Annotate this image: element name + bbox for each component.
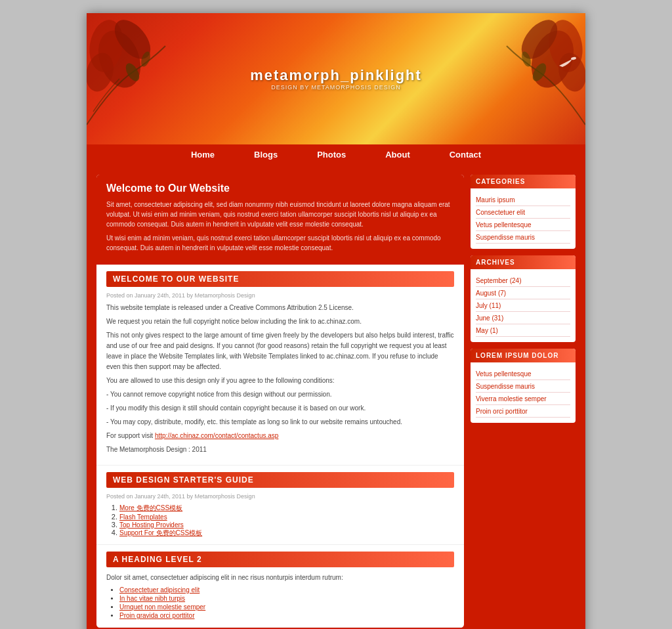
header-title: metamorph_pinklight DESIGN BY METAMORPHO… (250, 67, 422, 91)
article-welcome-text5: - You cannot remove copyright notice fro… (106, 389, 454, 400)
archive-link-2[interactable]: August (7) (476, 290, 506, 297)
lorem-widget: LOREM IPSUM DOLOR Vetus pellentesque Sus… (471, 349, 576, 423)
lorem-link-1[interactable]: Vetus pellentesque (476, 370, 532, 378)
list-item: Vetus pellentesque (476, 219, 570, 231)
content-area: Welcome to Our Website Sit amet, consect… (87, 165, 585, 629)
heading2-link-1[interactable]: Consectetuer adipiscing elit (119, 586, 200, 594)
heading2-link-4[interactable]: Proin gravida orci porttitor (119, 612, 195, 619)
archives-content: September (24) August (7) July (11) June… (471, 269, 576, 342)
article-welcome-meta: Posted on January 24th, 2011 by Metamorp… (106, 292, 454, 299)
article-webdesign: WEB DESIGN STARTER'S GUIDE Posted on Jan… (96, 466, 464, 545)
welcome-para2: Ut wisi enim ad minim veniam, quis nostr… (106, 233, 454, 253)
archives-widget: ARCHIVES September (24) August (7) July … (471, 255, 576, 342)
webdesign-links-list: More 免费的CSS模板 Flash Templates Top Hostin… (119, 504, 454, 538)
webdesign-link-1[interactable]: More 免费的CSS模板 (119, 504, 182, 511)
list-item: Flash Templates (119, 513, 454, 521)
welcome-heading: Welcome to Our Website (106, 183, 454, 194)
page-wrapper: metamorph_pinklight DESIGN BY METAMORPHO… (87, 13, 585, 629)
categories-widget: CATEGORIES Mauris ipsum Consectetuer eli… (471, 175, 576, 249)
list-item: Consectetuer elit (476, 206, 570, 219)
heading2-link-2[interactable]: In hac vitae nibh turpis (119, 595, 185, 602)
article-heading2-title: A HEADING LEVEL 2 (106, 552, 454, 567)
list-item: Top Hosting Providers (119, 521, 454, 529)
article-webdesign-meta: Posted on January 24th, 2011 by Metamorp… (106, 493, 454, 500)
nav-item-blogs[interactable]: Blogs (234, 144, 297, 165)
list-item: September (24) (476, 274, 570, 287)
category-link-4[interactable]: Suspendisse mauris (476, 234, 535, 241)
article-welcome-text1: This website template is released under … (106, 303, 454, 313)
category-link-2[interactable]: Consectetuer elit (476, 209, 525, 216)
lorem-link-3[interactable]: Viverra molestie semper (476, 395, 547, 402)
list-item: Mauris ipsum (476, 194, 570, 206)
list-item: Suspendisse mauris (476, 380, 570, 393)
list-item: Consectetuer adipiscing elit (119, 586, 454, 594)
article-welcome-heading: WELCOME TO OUR WEBSITE (106, 271, 454, 287)
nav-link-photos[interactable]: Photos (297, 144, 366, 165)
categories-title: CATEGORIES (471, 175, 576, 188)
categories-list: Mauris ipsum Consectetuer elit Vetus pel… (476, 194, 570, 244)
article-welcome: WELCOME TO OUR WEBSITE Posted on January… (96, 265, 464, 466)
lorem-content: Vetus pellentesque Suspendisse mauris Vi… (471, 362, 576, 423)
nav-link-home[interactable]: Home (171, 144, 234, 165)
list-item: Suspendisse mauris (476, 231, 570, 244)
article-welcome-credit: The Metamorphosis Design : 2011 (106, 445, 454, 455)
floral-right-icon (461, 13, 585, 138)
archives-title: ARCHIVES (471, 255, 576, 269)
article-welcome-support: For support visit http://ac.chinaz.com/c… (106, 431, 454, 441)
navigation: Home Blogs Photos About Contact (87, 144, 585, 165)
list-item: Vetus pellentesque (476, 368, 570, 380)
archives-list: September (24) August (7) July (11) June… (476, 274, 570, 337)
article-heading2-intro: Dolor sit amet, consectetuer adipiscing … (106, 573, 454, 583)
nav-link-blogs[interactable]: Blogs (234, 144, 297, 165)
sidebar: CATEGORIES Mauris ipsum Consectetuer eli… (471, 175, 576, 628)
list-item: July (11) (476, 299, 570, 312)
categories-content: Mauris ipsum Consectetuer elit Vetus pel… (471, 188, 576, 249)
list-item: Proin gravida orci porttitor (119, 612, 454, 619)
nav-link-about[interactable]: About (366, 144, 430, 165)
site-title: metamorph_pinklight (250, 67, 422, 84)
heading2-link-3[interactable]: Urnquet non molestie semper (119, 603, 205, 611)
nav-item-about[interactable]: About (366, 144, 430, 165)
welcome-para1: Sit amet, consectetuer adipiscing elit, … (106, 200, 454, 229)
article-heading2: A HEADING LEVEL 2 Dolor sit amet, consec… (96, 545, 464, 628)
welcome-box: Welcome to Our Website Sit amet, consect… (96, 175, 464, 265)
webdesign-link-4[interactable]: Support For 免费的CSS模板 (119, 529, 202, 536)
webdesign-link-2[interactable]: Flash Templates (119, 513, 167, 521)
main-content: Welcome to Our Website Sit amet, consect… (96, 175, 464, 628)
lorem-link-2[interactable]: Suspendisse mauris (476, 383, 535, 390)
list-item: August (7) (476, 287, 570, 299)
list-item: June (31) (476, 312, 570, 324)
nav-item-contact[interactable]: Contact (430, 144, 501, 165)
lorem-link-4[interactable]: Proin orci porttitor (476, 408, 528, 415)
article-welcome-text6: - If you modify this design it still sho… (106, 403, 454, 414)
floral-left-icon (87, 13, 211, 138)
webdesign-link-3[interactable]: Top Hosting Providers (119, 521, 184, 529)
nav-link-contact[interactable]: Contact (430, 144, 501, 165)
category-link-3[interactable]: Vetus pellentesque (476, 221, 532, 228)
archive-link-3[interactable]: July (11) (476, 302, 501, 309)
article-welcome-text4: You are allowed to use this design only … (106, 376, 454, 386)
nav-list: Home Blogs Photos About Contact (171, 144, 501, 165)
article-webdesign-heading: WEB DESIGN STARTER'S GUIDE (106, 472, 454, 488)
lorem-list: Vetus pellentesque Suspendisse mauris Vi… (476, 368, 570, 418)
list-item: Urnquet non molestie semper (119, 603, 454, 611)
article-welcome-text2: We request you retain the full copyright… (106, 316, 454, 327)
list-item: More 免费的CSS模板 (119, 504, 454, 513)
archive-link-4[interactable]: June (31) (476, 314, 503, 322)
lorem-title: LOREM IPSUM DOLOR (471, 349, 576, 362)
site-subtitle: DESIGN BY METAMORPHOSIS DESIGN (250, 84, 422, 91)
heading2-links-list: Consectetuer adipiscing elit In hac vita… (119, 586, 454, 619)
list-item: Viverra molestie semper (476, 393, 570, 405)
support-link[interactable]: http://ac.chinaz.com/contact/contactus.a… (155, 432, 278, 439)
article-welcome-text7: - You may copy, distribute, modify, etc.… (106, 417, 454, 427)
archive-link-1[interactable]: September (24) (476, 277, 521, 284)
list-item: In hac vitae nibh turpis (119, 595, 454, 602)
article-welcome-text3: This not only gives respect to the large… (106, 330, 454, 372)
archive-link-5[interactable]: May (1) (476, 327, 498, 334)
list-item: Support For 免费的CSS模板 (119, 529, 454, 538)
nav-item-home[interactable]: Home (171, 144, 234, 165)
nav-item-photos[interactable]: Photos (297, 144, 366, 165)
category-link-1[interactable]: Mauris ipsum (476, 196, 514, 204)
list-item: May (1) (476, 324, 570, 337)
header: metamorph_pinklight DESIGN BY METAMORPHO… (87, 13, 585, 144)
